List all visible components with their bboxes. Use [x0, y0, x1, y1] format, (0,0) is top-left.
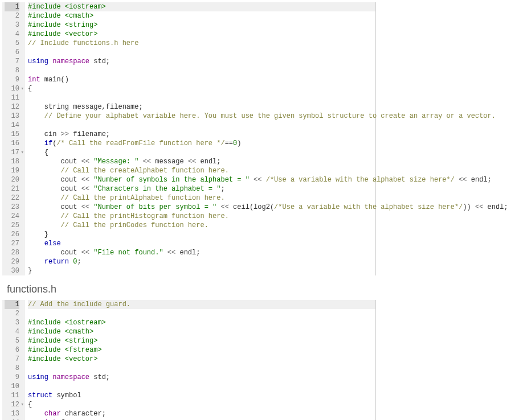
line-number: 15	[5, 130, 19, 139]
line-number: 11	[5, 93, 19, 102]
line-number: 19	[5, 166, 19, 175]
line-number: 11	[5, 391, 19, 400]
line-number: 14	[5, 121, 19, 130]
code-area-2[interactable]: // Add the include guard.#include <iostr…	[24, 300, 376, 420]
fold-icon[interactable]: ▾	[21, 400, 24, 409]
line-number: 29	[5, 257, 19, 266]
line-number: 5	[5, 336, 19, 345]
code-line[interactable]: return 0;	[28, 257, 375, 266]
code-line[interactable]	[28, 309, 375, 318]
line-number: 7	[5, 57, 19, 66]
fold-icon[interactable]: ▾	[21, 148, 24, 157]
line-number: 21	[5, 184, 19, 193]
code-line[interactable]: // Call the createAlphabet function here…	[28, 166, 375, 175]
code-line[interactable]: {	[28, 148, 375, 157]
line-number: 22	[5, 193, 19, 203]
section-title: functions.h	[7, 283, 511, 295]
code-line[interactable]: #include <cmath>	[28, 11, 375, 20]
line-number: 3	[5, 318, 19, 327]
line-number: 12▾	[5, 400, 19, 409]
code-line[interactable]: }	[28, 266, 375, 275]
gutter-2: 123456789101112▾131415161718	[2, 300, 24, 420]
code-line[interactable]	[28, 382, 375, 391]
code-line[interactable]: struct symbol	[28, 391, 375, 400]
code-line[interactable]: cin >> filename;	[28, 130, 375, 139]
code-line[interactable]	[28, 93, 375, 102]
code-line[interactable]: cout << "Number of bits per symbol = " <…	[28, 203, 375, 212]
line-number: 13	[5, 112, 19, 121]
line-number: 23	[5, 203, 19, 212]
code-editor-1[interactable]: 12345678910▾11121314151617▾1819202122232…	[2, 2, 509, 275]
line-number: 8	[5, 66, 19, 75]
code-line[interactable]	[28, 66, 375, 75]
code-line[interactable]: cout << "File not found." << endl;	[28, 248, 375, 257]
code-line[interactable]: #include <iostream>	[28, 318, 375, 327]
line-number: 7	[5, 355, 19, 364]
code-line[interactable]: // Include functions.h here	[28, 39, 375, 48]
code-line[interactable]: string message,filename;	[28, 102, 375, 112]
code-area-1[interactable]: #include <iostream>#include <cmath>#incl…	[24, 2, 376, 275]
line-number: 12	[5, 102, 19, 112]
line-number: 28	[5, 248, 19, 257]
code-line[interactable]: cout << "Number of symbols in the alphab…	[28, 175, 375, 184]
line-number: 9	[5, 373, 19, 382]
code-line[interactable]: // Define your alphabet variable here. Y…	[28, 112, 375, 121]
code-line[interactable]	[28, 121, 375, 130]
line-number: 8	[5, 364, 19, 373]
line-number: 5	[5, 39, 19, 48]
line-number: 17▾	[5, 148, 19, 157]
code-line[interactable]: // Call the prinCodes function here.	[28, 221, 375, 230]
line-number: 27	[5, 239, 19, 248]
line-number: 25	[5, 221, 19, 230]
line-number: 20	[5, 175, 19, 184]
code-line[interactable]: using namespace std;	[28, 57, 375, 66]
code-line[interactable]: }	[28, 230, 375, 239]
code-line[interactable]	[28, 364, 375, 373]
code-line[interactable]: cout << "Message: " << message << endl;	[28, 157, 375, 166]
line-number: 2	[5, 11, 19, 20]
code-line[interactable]: #include <iostream>	[28, 2, 375, 11]
code-line[interactable]: int main()	[28, 75, 375, 84]
code-line[interactable]: #include <vector>	[28, 355, 375, 364]
line-number: 10	[5, 382, 19, 391]
line-number: 18	[5, 157, 19, 166]
line-number: 4	[5, 327, 19, 336]
code-line[interactable]: cout << "Characters in the alphabet = ";	[28, 184, 375, 193]
code-line[interactable]: #include <vector>	[28, 30, 375, 39]
code-editor-2[interactable]: 123456789101112▾131415161718 // Add the …	[2, 300, 509, 420]
line-number: 1	[5, 300, 19, 309]
code-line[interactable]: {	[28, 400, 375, 409]
line-number: 6	[5, 48, 19, 57]
line-number: 24	[5, 212, 19, 221]
code-line[interactable]: #include <string>	[28, 20, 375, 30]
line-number: 4	[5, 30, 19, 39]
code-line[interactable]: if(/* Call the readFromFile function her…	[28, 139, 375, 148]
line-number: 26	[5, 230, 19, 239]
code-line[interactable]: using namespace std;	[28, 373, 375, 382]
line-number: 6	[5, 345, 19, 355]
code-line[interactable]	[28, 48, 375, 57]
line-number: 13	[5, 409, 19, 418]
line-number: 2	[5, 309, 19, 318]
code-line[interactable]: {	[28, 84, 375, 93]
code-line[interactable]: else	[28, 239, 375, 248]
gutter-1: 12345678910▾11121314151617▾1819202122232…	[2, 2, 24, 275]
code-line[interactable]: #include <fstream>	[28, 345, 375, 355]
code-line[interactable]: // Add the include guard.	[28, 300, 375, 309]
line-number: 1	[5, 2, 19, 11]
line-number: 3	[5, 20, 19, 30]
line-number: 30	[5, 266, 19, 275]
line-number: 9	[5, 75, 19, 84]
code-line[interactable]: #include <cmath>	[28, 327, 375, 336]
line-number: 10▾	[5, 84, 19, 93]
code-line[interactable]: // Call the printAlphabet function here.	[28, 193, 375, 203]
line-number: 16	[5, 139, 19, 148]
code-line[interactable]: char character;	[28, 409, 375, 418]
code-line[interactable]: #include <string>	[28, 336, 375, 345]
code-line[interactable]: // Call the printHistogram function here…	[28, 212, 375, 221]
fold-icon[interactable]: ▾	[21, 84, 24, 93]
